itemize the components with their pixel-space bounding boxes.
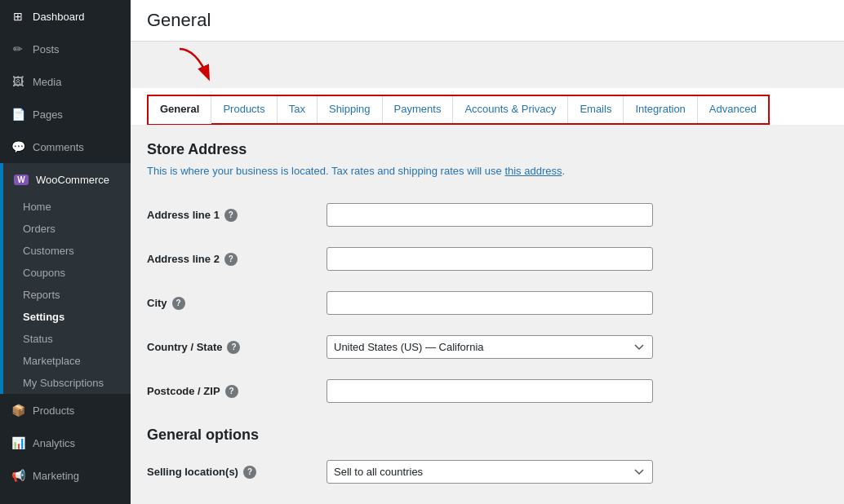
field-postcode: Postcode / ZIP ?	[147, 369, 828, 413]
woocommerce-submenu: Home Orders Customers Coupons Reports Se…	[3, 196, 131, 394]
address1-help-icon[interactable]: ?	[224, 209, 238, 222]
woocommerce-icon: W	[13, 171, 29, 188]
general-options-title: General options	[147, 427, 828, 444]
comments-icon: 💬	[10, 139, 26, 155]
address2-input[interactable]	[326, 247, 653, 271]
tab-accounts-privacy[interactable]: Accounts & Privacy	[453, 96, 568, 123]
tab-tax[interactable]: Tax	[278, 96, 318, 123]
sidebar-woocommerce: W WooCommerce Home Orders Customers Coup…	[0, 163, 131, 394]
settings-content: Store Address This is where your busines…	[131, 125, 844, 504]
sidebar-item-posts[interactable]: ✏ Posts	[0, 33, 131, 65]
pages-icon: 📄	[10, 106, 26, 122]
selling-location-label: Selling location(s)	[147, 466, 238, 478]
tab-emails[interactable]: Emails	[568, 96, 624, 123]
address2-label: Address line 2	[147, 253, 220, 265]
tab-payments[interactable]: Payments	[383, 96, 454, 123]
sidebar-item-products[interactable]: 📦 Products	[0, 394, 131, 427]
address2-help-icon[interactable]: ?	[224, 253, 238, 266]
country-select[interactable]: United States (US) — California	[326, 335, 653, 359]
city-label: City	[147, 297, 167, 309]
sidebar-item-woocommerce[interactable]: W WooCommerce	[3, 163, 131, 196]
sidebar-item-analytics[interactable]: 📊 Analytics	[0, 427, 131, 459]
sidebar-item-label: Products	[33, 405, 74, 417]
field-selling-location: Selling location(s) ? Sell to all countr…	[147, 450, 828, 494]
page-header: General	[131, 0, 844, 42]
sidebar-item-media[interactable]: 🖼 Media	[0, 65, 131, 98]
sidebar-item-label: Posts	[33, 43, 60, 55]
tab-general[interactable]: General	[149, 96, 211, 124]
selling-location-select[interactable]: Sell to all countries	[326, 460, 653, 484]
postcode-help-icon[interactable]: ?	[225, 385, 238, 398]
tab-shipping[interactable]: Shipping	[318, 96, 383, 123]
main-content: General General	[131, 0, 844, 504]
tabs-container: General Products Tax Shipping Payments A…	[131, 88, 844, 125]
sidebar-item-marketing[interactable]: 📢 Marketing	[0, 459, 131, 492]
sidebar-item-marketplace[interactable]: Marketplace	[3, 350, 131, 372]
field-address1: Address line 1 ?	[147, 193, 828, 237]
store-address-title: Store Address	[147, 141, 828, 158]
sidebar-item-customers[interactable]: Customers	[3, 240, 131, 262]
media-icon: 🖼	[10, 73, 26, 90]
posts-icon: ✏	[10, 41, 26, 57]
products-icon: 📦	[10, 402, 26, 418]
sidebar-item-status[interactable]: Status	[3, 328, 131, 350]
field-country: Country / State ? United States (US) — C…	[147, 325, 828, 369]
tab-integration[interactable]: Integration	[624, 96, 697, 123]
city-input[interactable]	[326, 291, 653, 315]
selling-location-help-icon[interactable]: ?	[243, 466, 256, 479]
sidebar-item-reports[interactable]: Reports	[3, 284, 131, 306]
sidebar-woocommerce-label: WooCommerce	[36, 174, 109, 186]
sidebar-item-label: Comments	[33, 141, 84, 153]
sidebar-item-coupons[interactable]: Coupons	[3, 262, 131, 284]
arrow-indicator	[131, 42, 844, 88]
address-link[interactable]: this address	[504, 165, 562, 177]
sidebar: ⊞ Dashboard ✏ Posts 🖼 Media 📄 Pages 💬 Co…	[0, 0, 131, 504]
sidebar-item-label: Dashboard	[33, 11, 85, 23]
country-help-icon[interactable]: ?	[227, 341, 240, 354]
sidebar-item-settings[interactable]: Settings	[3, 306, 131, 328]
analytics-icon: 📊	[10, 435, 26, 451]
city-help-icon[interactable]: ?	[172, 297, 185, 310]
postcode-label: Postcode / ZIP	[147, 385, 220, 397]
tab-products[interactable]: Products	[211, 96, 277, 123]
sidebar-item-label: Pages	[33, 108, 63, 121]
field-city: City ?	[147, 281, 828, 325]
tab-advanced[interactable]: Advanced	[698, 96, 768, 123]
sidebar-item-orders[interactable]: Orders	[3, 218, 131, 240]
field-address2: Address line 2 ?	[147, 237, 828, 281]
postcode-input[interactable]	[326, 379, 653, 403]
address1-input[interactable]	[326, 203, 653, 227]
marketing-icon: 📢	[10, 467, 26, 484]
sidebar-item-label: Analytics	[33, 437, 75, 449]
country-label: Country / State	[147, 341, 222, 353]
sidebar-item-label: Marketing	[33, 470, 79, 482]
sidebar-item-dashboard[interactable]: ⊞ Dashboard	[0, 0, 131, 33]
red-arrow-svg	[171, 45, 220, 86]
store-address-desc: This is where your business is located. …	[147, 165, 828, 177]
sidebar-item-pages[interactable]: 📄 Pages	[0, 98, 131, 130]
address1-label: Address line 1	[147, 209, 220, 221]
sidebar-item-comments[interactable]: 💬 Comments	[0, 130, 131, 163]
sidebar-item-label: Media	[33, 76, 61, 88]
dashboard-icon: ⊞	[10, 8, 26, 24]
sidebar-item-my-subscriptions[interactable]: My Subscriptions	[3, 372, 131, 394]
sidebar-item-home[interactable]: Home	[3, 196, 131, 218]
page-title: General	[147, 10, 828, 31]
